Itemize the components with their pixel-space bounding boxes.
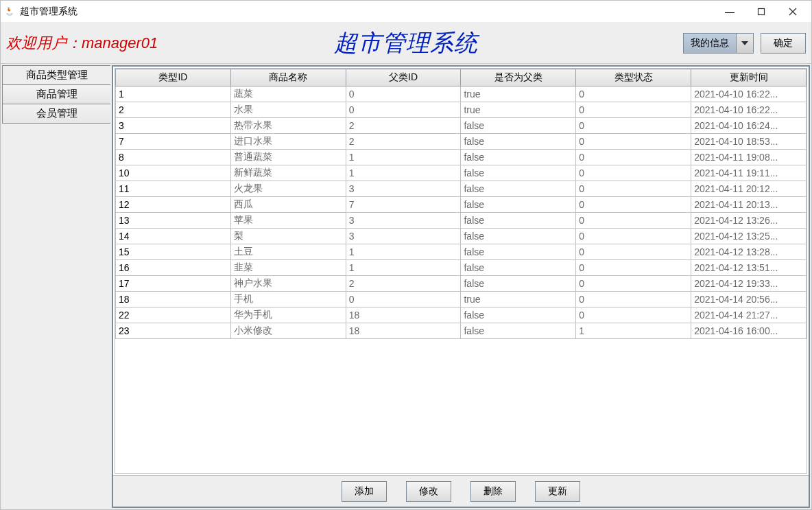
table-cell: 华为手机	[230, 308, 346, 323]
table-row[interactable]: 1蔬菜0true02021-04-10 16:22...	[116, 86, 807, 102]
table-cell: 0	[346, 292, 461, 308]
table-cell: 2021-04-12 19:33...	[691, 276, 807, 292]
table-row[interactable]: 23小米修改18false12021-04-16 16:00...	[116, 323, 807, 339]
table-cell: 0	[346, 86, 461, 102]
table-row[interactable]: 18手机0true02021-04-14 20:56...	[116, 292, 807, 308]
table-cell: 0	[576, 292, 691, 308]
table-cell: 23	[116, 323, 231, 339]
table-cell: 22	[116, 308, 231, 323]
table-cell: false	[461, 229, 576, 244]
table-row[interactable]: 11火龙果3false02021-04-11 20:12...	[116, 181, 807, 197]
refresh-button[interactable]: 更新	[535, 481, 580, 502]
table-row[interactable]: 15土豆1false02021-04-12 13:28...	[116, 244, 807, 260]
table-cell: 11	[116, 181, 231, 197]
table-cell: 2021-04-11 20:12...	[691, 181, 807, 197]
maximize-button[interactable]	[745, 1, 777, 22]
col-header-5[interactable]: 更新时间	[691, 69, 807, 86]
side-tab-2[interactable]: 会员管理	[2, 104, 110, 124]
table-cell: 土豆	[230, 244, 346, 260]
table-cell: 14	[116, 229, 231, 244]
table-cell: 2021-04-11 19:11...	[691, 165, 807, 181]
table-cell: 1	[346, 260, 461, 276]
table-cell: 3	[346, 213, 461, 229]
table-cell: 2	[346, 134, 461, 150]
table-cell: false	[461, 308, 576, 323]
table-cell: 2021-04-10 16:24...	[691, 118, 807, 134]
table-cell: 手机	[230, 292, 346, 308]
table-cell: 韭菜	[230, 260, 346, 276]
table-cell: 2021-04-14 21:27...	[691, 308, 807, 323]
window-title: 超市管理系统	[20, 5, 77, 18]
table-row[interactable]: 3热带水果2false02021-04-10 16:24...	[116, 118, 807, 134]
col-header-4[interactable]: 类型状态	[576, 69, 691, 86]
close-button[interactable]	[777, 1, 809, 22]
col-header-2[interactable]: 父类ID	[346, 69, 461, 86]
table-cell: false	[461, 244, 576, 260]
table-row[interactable]: 16韭菜1false02021-04-12 13:51...	[116, 260, 807, 276]
content-pane: 类型ID商品名称父类ID是否为父类类型状态更新时间 1蔬菜0true02021-…	[112, 65, 810, 508]
table-cell: 西瓜	[230, 197, 346, 213]
table-cell: 7	[116, 134, 231, 150]
table-cell: 15	[116, 244, 231, 260]
side-tab-1[interactable]: 商品管理	[2, 85, 110, 104]
delete-button[interactable]: 删除	[470, 481, 516, 502]
header-banner: 欢迎用户：manager01 超市管理系统 我的信息 确定	[1, 23, 811, 64]
table-cell: 0	[576, 197, 691, 213]
table-area[interactable]: 类型ID商品名称父类ID是否为父类类型状态更新时间 1蔬菜0true02021-…	[115, 68, 807, 474]
table-cell: 3	[116, 118, 231, 134]
table-cell: 普通蔬菜	[230, 150, 346, 165]
table-row[interactable]: 17神户水果2false02021-04-12 19:33...	[116, 276, 807, 292]
table-row[interactable]: 12西瓜7false02021-04-11 20:13...	[116, 197, 807, 213]
table-cell: 0	[576, 181, 691, 197]
table-row[interactable]: 14梨3false02021-04-12 13:25...	[116, 229, 807, 244]
main-body: 商品类型管理商品管理会员管理 类型ID商品名称父类ID是否为父类类型状态更新时间…	[1, 64, 811, 509]
table-cell: 10	[116, 165, 231, 181]
my-info-dropdown[interactable]: 我的信息	[683, 33, 754, 54]
col-header-1[interactable]: 商品名称	[230, 69, 346, 86]
table-row[interactable]: 2水果0true02021-04-10 16:22...	[116, 102, 807, 118]
col-header-3[interactable]: 是否为父类	[461, 69, 576, 86]
table-cell: 2021-04-12 13:51...	[691, 260, 807, 276]
table-cell: 火龙果	[230, 181, 346, 197]
minimize-button[interactable]: —	[714, 1, 745, 22]
table-cell: 0	[576, 86, 691, 102]
table-cell: true	[461, 292, 576, 308]
table-cell: 1	[116, 86, 231, 102]
add-button[interactable]: 添加	[342, 481, 387, 502]
java-icon	[3, 5, 16, 18]
table-cell: 2021-04-10 16:22...	[691, 102, 807, 118]
data-table: 类型ID商品名称父类ID是否为父类类型状态更新时间 1蔬菜0true02021-…	[115, 69, 807, 339]
table-cell: 0	[346, 102, 461, 118]
table-cell: 0	[576, 165, 691, 181]
table-cell: 0	[576, 276, 691, 292]
table-cell: 0	[576, 229, 691, 244]
table-cell: 2021-04-12 13:25...	[691, 229, 807, 244]
table-cell: 2	[346, 276, 461, 292]
ok-button[interactable]: 确定	[761, 33, 806, 54]
table-row[interactable]: 7进口水果2false02021-04-10 18:53...	[116, 134, 807, 150]
app-window: 超市管理系统 — 欢迎用户：manager01 超市管理系统 我的信息 确定 商…	[0, 0, 812, 510]
table-row[interactable]: 8普通蔬菜1false02021-04-11 19:08...	[116, 150, 807, 165]
table-cell: 2021-04-16 16:00...	[691, 323, 807, 339]
table-cell: 水果	[230, 102, 346, 118]
table-cell: 16	[116, 260, 231, 276]
table-cell: 0	[576, 150, 691, 165]
table-cell: 3	[346, 229, 461, 244]
table-cell: 18	[116, 292, 231, 308]
table-cell: 1	[346, 165, 461, 181]
chevron-down-icon[interactable]	[737, 34, 753, 53]
table-cell: 2021-04-12 13:26...	[691, 213, 807, 229]
table-row[interactable]: 10新鲜蔬菜1false02021-04-11 19:11...	[116, 165, 807, 181]
col-header-0[interactable]: 类型ID	[116, 69, 231, 86]
table-cell: 神户水果	[230, 276, 346, 292]
table-cell: 2021-04-14 20:56...	[691, 292, 807, 308]
edit-button[interactable]: 修改	[406, 481, 451, 502]
table-row[interactable]: 22华为手机18false02021-04-14 21:27...	[116, 308, 807, 323]
table-cell: 0	[576, 134, 691, 150]
table-cell: 12	[116, 197, 231, 213]
side-tab-0[interactable]: 商品类型管理	[2, 65, 110, 85]
table-row[interactable]: 13苹果3false02021-04-12 13:26...	[116, 213, 807, 229]
table-cell: 0	[576, 244, 691, 260]
table-cell: false	[461, 213, 576, 229]
titlebar: 超市管理系统 —	[1, 1, 811, 23]
